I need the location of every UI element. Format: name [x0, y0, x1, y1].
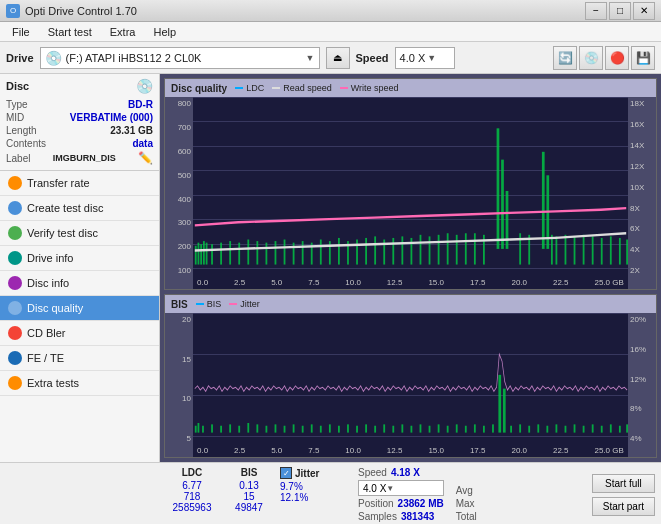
stats-jitter-col: ✓ Jitter 9.7% 12.1% [280, 467, 350, 522]
minimize-button[interactable]: − [585, 2, 607, 20]
y1r-12: 12X [630, 162, 644, 171]
y1r-2: 2X [630, 266, 640, 275]
drive-selector-text: (F:) ATAPI iHBS112 2 CL0K [66, 52, 302, 64]
nav-icon-transfer-rate [8, 176, 22, 190]
drive-selector[interactable]: 💿 (F:) ATAPI iHBS112 2 CL0K ▼ [40, 47, 320, 69]
menu-help[interactable]: Help [145, 24, 184, 40]
x2-25: 25.0 GB [595, 446, 624, 455]
speed-dropdown-arrow: ▼ [427, 53, 436, 63]
nav-icon-cd-bler [8, 326, 22, 340]
svg-rect-34 [497, 128, 500, 249]
y1-300: 300 [178, 218, 191, 227]
disc-length-value: 23.31 GB [110, 125, 153, 136]
speed-label: Speed [356, 52, 389, 64]
y1r-16: 16X [630, 120, 644, 129]
drive-bar: Drive 💿 (F:) ATAPI iHBS112 2 CL0K ▼ ⏏ Sp… [0, 42, 661, 74]
start-full-button[interactable]: Start full [592, 474, 655, 493]
position-label: Position [358, 498, 394, 509]
nav-transfer-rate[interactable]: Transfer rate [0, 171, 159, 196]
svg-rect-74 [374, 426, 376, 433]
svg-rect-13 [284, 240, 286, 265]
ldc-color-dot [235, 87, 243, 89]
disc-title: Disc [6, 80, 29, 92]
svg-rect-31 [447, 233, 449, 264]
chart1-legend-read: Read speed [272, 83, 332, 93]
chart1-container: Disc quality LDC Read speed Write speed … [164, 78, 657, 290]
y1-700: 700 [178, 123, 191, 132]
x1-25: 25.0 GB [595, 278, 624, 287]
nav-extra-tests[interactable]: Extra tests [0, 371, 159, 396]
svg-rect-23 [374, 236, 376, 264]
svg-rect-50 [610, 236, 612, 264]
svg-rect-56 [211, 425, 213, 433]
speed-selector[interactable]: 4.0 X ▼ [395, 47, 455, 69]
y1r-8: 8X [630, 204, 640, 213]
y1-200: 200 [178, 242, 191, 251]
svg-rect-21 [356, 240, 358, 265]
toolbar-icon-burn[interactable]: 🔴 [605, 46, 629, 70]
toolbar-icon-refresh[interactable]: 🔄 [553, 46, 577, 70]
svg-rect-48 [592, 236, 594, 264]
svg-rect-72 [356, 426, 358, 433]
svg-rect-73 [365, 425, 367, 433]
nav-create-test-disc[interactable]: Create test disc [0, 196, 159, 221]
chart2-header: BIS BIS Jitter [165, 295, 656, 313]
x1-0: 0.0 [197, 278, 208, 287]
svg-rect-41 [519, 233, 521, 264]
svg-rect-102 [619, 426, 621, 433]
nav-verify-test-disc[interactable]: Verify test disc [0, 221, 159, 246]
menu-file[interactable]: File [4, 24, 38, 40]
svg-rect-12 [275, 241, 277, 264]
speed-dropdown-stat[interactable]: 4.0 X ▼ [358, 480, 444, 496]
y2-10: 10 [182, 394, 191, 403]
toolbar-icon-save[interactable]: 💾 [631, 46, 655, 70]
toolbar-icon-disc[interactable]: 💿 [579, 46, 603, 70]
app-title: Opti Drive Control 1.70 [25, 5, 137, 17]
start-part-button[interactable]: Start part [592, 497, 655, 516]
disc-length-label: Length [6, 125, 37, 136]
svg-rect-86 [503, 389, 506, 433]
nav-disc-info[interactable]: Disc info [0, 271, 159, 296]
title-bar: O Opti Drive Control 1.70 − □ ✕ [0, 0, 661, 22]
maximize-button[interactable]: □ [609, 2, 631, 20]
nav-drive-info[interactable]: Drive info [0, 246, 159, 271]
chart2-y-axis-left: 20 15 10 5 [165, 313, 193, 457]
y1-500: 500 [178, 171, 191, 180]
svg-rect-84 [465, 426, 467, 433]
svg-rect-3 [203, 241, 205, 264]
nav-cd-bler[interactable]: CD Bler [0, 321, 159, 346]
nav-menu: Transfer rate Create test disc Verify te… [0, 171, 159, 462]
chart2-x-axis: 0.0 2.5 5.0 7.5 10.0 12.5 15.0 17.5 20.0… [193, 446, 628, 455]
speed-value: 4.0 X [400, 52, 426, 64]
svg-rect-25 [392, 238, 394, 265]
disc-type-label: Type [6, 99, 28, 110]
jitter-checkbox[interactable]: ✓ [280, 467, 292, 479]
x2-22: 22.5 [553, 446, 569, 455]
svg-rect-8 [238, 243, 240, 265]
menu-extra[interactable]: Extra [102, 24, 144, 40]
svg-rect-37 [542, 152, 545, 249]
nav-fe-te[interactable]: FE / TE [0, 346, 159, 371]
app-icon: O [6, 4, 20, 18]
svg-rect-65 [293, 425, 295, 433]
nav-icon-drive-info [8, 251, 22, 265]
x1-17: 17.5 [470, 278, 486, 287]
nav-label-disc-quality: Disc quality [27, 302, 83, 314]
svg-rect-10 [256, 241, 258, 264]
svg-rect-9 [247, 240, 249, 265]
x2-5: 5.0 [271, 446, 282, 455]
svg-rect-64 [284, 426, 286, 433]
close-button[interactable]: ✕ [633, 2, 655, 20]
svg-rect-15 [302, 241, 304, 264]
chart2-svg [193, 313, 628, 437]
svg-rect-45 [565, 235, 567, 265]
nav-disc-quality[interactable]: Disc quality [0, 296, 159, 321]
y1r-18: 18X [630, 99, 644, 108]
disc-label-edit-icon[interactable]: ✏️ [138, 151, 153, 165]
stats-avg-jitter: 9.7% [280, 481, 350, 492]
chart1-plot: 0.0 2.5 5.0 7.5 10.0 12.5 15.0 17.5 20.0… [193, 97, 628, 289]
chart2-body: 20 15 10 5 [165, 313, 656, 457]
disc-contents-value: data [132, 138, 153, 149]
menu-start-test[interactable]: Start test [40, 24, 100, 40]
eject-button[interactable]: ⏏ [326, 47, 350, 69]
